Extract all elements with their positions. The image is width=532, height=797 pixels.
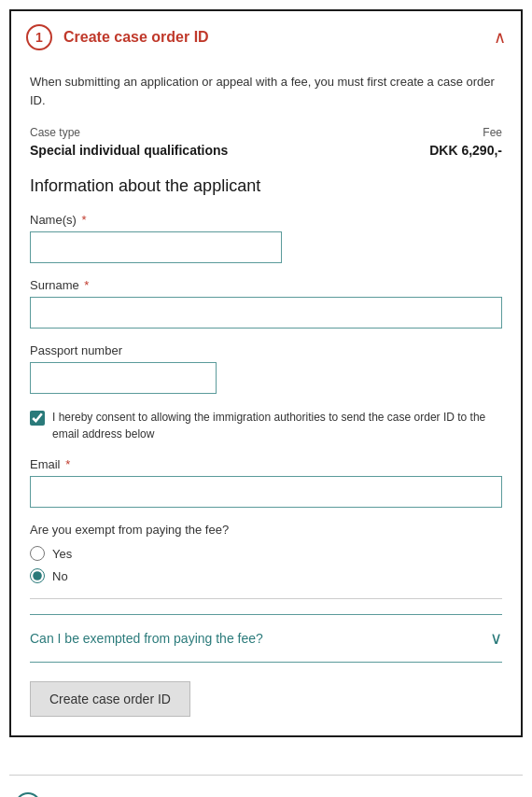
section-2-header-left: 2 Pay the fee: [15, 792, 131, 797]
email-label: Email *: [30, 457, 502, 471]
expandable-title: Can I be exempted from paying the fee?: [30, 631, 263, 646]
email-input[interactable]: [30, 476, 502, 508]
names-input[interactable]: [30, 231, 282, 263]
case-info-right: Fee DKK 6,290,-: [429, 126, 502, 158]
names-group: Name(s) *: [30, 213, 502, 263]
step-2-circle: 2: [15, 792, 41, 797]
case-info-row: Case type Special individual qualificati…: [30, 126, 502, 158]
email-required-marker: *: [63, 457, 71, 471]
email-group: Email *: [30, 457, 502, 508]
section-1-container: 1 Create case order ID ∧ When submitting…: [9, 9, 523, 737]
expandable-chevron-icon: ∨: [490, 628, 502, 649]
case-type-label: Case type: [30, 126, 429, 139]
surname-input[interactable]: [30, 297, 502, 329]
radio-no-input[interactable]: [30, 568, 45, 583]
section-2-header[interactable]: 2 Pay the fee ∨: [9, 779, 523, 797]
section-1-header[interactable]: 1 Create case order ID ∧: [11, 11, 521, 63]
case-type-value: Special individual qualifications: [30, 143, 429, 158]
fee-label: Fee: [429, 126, 502, 139]
create-case-order-button[interactable]: Create case order ID: [30, 681, 190, 717]
radio-yes-option[interactable]: Yes: [30, 546, 502, 561]
section-2-container: 2 Pay the fee ∨: [9, 775, 523, 797]
spacer: [0, 747, 532, 765]
case-info-left: Case type Special individual qualificati…: [30, 126, 429, 158]
divider-1: [30, 598, 502, 599]
radio-yes-input[interactable]: [30, 546, 45, 561]
passport-group: Passport number: [30, 343, 502, 394]
radio-no-option[interactable]: No: [30, 568, 502, 583]
radio-yes-label: Yes: [52, 547, 72, 561]
section-1-chevron-icon: ∧: [494, 27, 506, 48]
applicant-subtitle: Information about the applicant: [30, 176, 502, 196]
consent-checkbox-group: I hereby consent to allowing the immigra…: [30, 409, 502, 442]
step-1-circle: 1: [26, 24, 52, 50]
names-label: Name(s) *: [30, 213, 502, 227]
section-1-header-left: 1 Create case order ID: [26, 24, 209, 50]
passport-input[interactable]: [30, 362, 217, 394]
consent-checkbox[interactable]: [30, 411, 45, 426]
exemption-expandable[interactable]: Can I be exempted from paying the fee? ∨: [30, 614, 502, 663]
fee-exemption-group: Are you exempt from paying the fee? Yes …: [30, 523, 502, 583]
fee-exempt-question: Are you exempt from paying the fee?: [30, 523, 502, 537]
passport-label: Passport number: [30, 343, 502, 357]
consent-label: I hereby consent to allowing the immigra…: [52, 409, 502, 442]
surname-label: Surname *: [30, 278, 502, 292]
surname-required-marker: *: [81, 278, 90, 292]
section-1-title: Create case order ID: [63, 29, 209, 46]
fee-value: DKK 6,290,-: [429, 143, 502, 158]
section-1-body: When submitting an application or appeal…: [11, 63, 521, 735]
surname-group: Surname *: [30, 278, 502, 329]
names-required-marker: *: [78, 213, 87, 227]
radio-no-label: No: [52, 569, 68, 583]
intro-text: When submitting an application or appeal…: [30, 73, 502, 109]
